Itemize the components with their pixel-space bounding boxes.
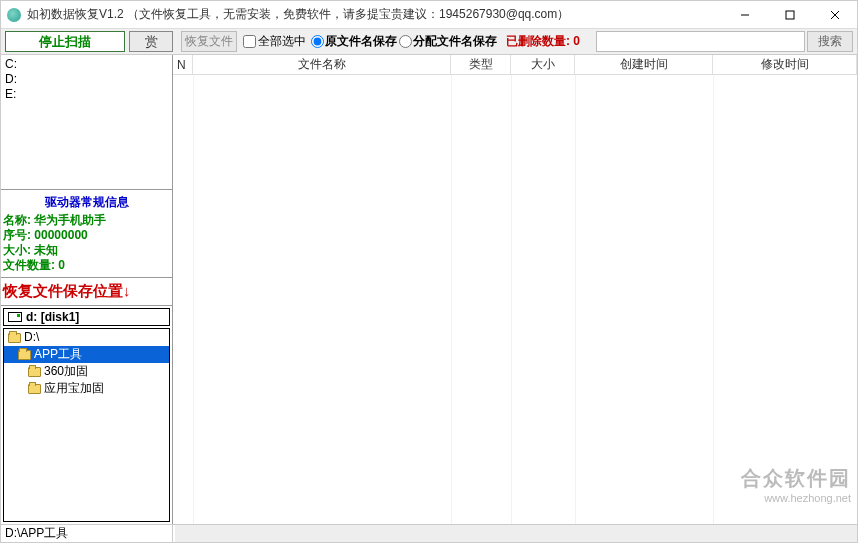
folder-tree[interactable]: D:\ APP工具 360加固 应用宝加固 xyxy=(3,328,170,522)
col-size[interactable]: 大小 xyxy=(511,55,575,74)
recover-files-button[interactable]: 恢复文件 xyxy=(181,31,237,52)
drive-info-name: 名称: 华为手机助手 xyxy=(3,213,170,228)
status-progress xyxy=(175,525,857,542)
search-button[interactable]: 搜索 xyxy=(807,31,853,52)
save-original-radio[interactable]: 原文件名保存 xyxy=(310,29,398,54)
save-location-title: 恢复文件保存位置↓ xyxy=(1,278,172,306)
col-filename[interactable]: 文件名称 xyxy=(193,55,451,74)
tree-label: D:\ xyxy=(24,330,39,345)
main-panel: N 文件名称 类型 大小 创建时间 修改时间 合众软件园 www.hezhong… xyxy=(173,55,857,524)
folder-closed-icon xyxy=(28,384,41,394)
col-type[interactable]: 类型 xyxy=(451,55,511,74)
tree-item[interactable]: APP工具 xyxy=(4,346,169,363)
drive-icon xyxy=(8,312,22,322)
minimize-button[interactable] xyxy=(722,1,767,29)
table-body: 合众软件园 www.hezhong.net xyxy=(173,75,857,524)
drive-info-title: 驱动器常规信息 xyxy=(3,194,170,211)
col-n[interactable]: N xyxy=(173,55,193,74)
select-all-checkbox[interactable]: 全部选中 xyxy=(239,29,310,54)
titlebar: 如初数据恢复V1.2 （文件恢复工具，无需安装，免费软件，请多提宝贵建议：194… xyxy=(1,1,857,29)
destination-drive-label: d: [disk1] xyxy=(26,310,79,324)
save-original-label: 原文件名保存 xyxy=(325,33,397,50)
drive-info-panel: 驱动器常规信息 名称: 华为手机助手 序号: 00000000 大小: 未知 文… xyxy=(1,190,172,278)
drive-item[interactable]: E: xyxy=(5,87,168,102)
tree-root[interactable]: D:\ xyxy=(4,329,169,346)
drive-item[interactable]: C: xyxy=(5,57,168,72)
select-all-input[interactable] xyxy=(243,35,256,48)
tree-label: APP工具 xyxy=(34,347,82,362)
close-button[interactable] xyxy=(812,1,857,29)
col-modified[interactable]: 修改时间 xyxy=(713,55,857,74)
drive-info-serial: 序号: 00000000 xyxy=(3,228,170,243)
sidebar: C: D: E: 驱动器常规信息 名称: 华为手机助手 序号: 00000000… xyxy=(1,55,173,524)
drive-list[interactable]: C: D: E: xyxy=(1,55,172,190)
folder-open-icon xyxy=(18,350,31,360)
table-header: N 文件名称 类型 大小 创建时间 修改时间 xyxy=(173,55,857,75)
app-icon xyxy=(7,8,21,22)
drive-info-size: 大小: 未知 xyxy=(3,243,170,258)
folder-closed-icon xyxy=(28,367,41,377)
toolbar: 停止扫描 赏 恢复文件 全部选中 原文件名保存 分配文件名保存 已删除数量: 0… xyxy=(1,29,857,55)
reward-button[interactable]: 赏 xyxy=(129,31,173,52)
maximize-button[interactable] xyxy=(767,1,812,29)
save-original-input[interactable] xyxy=(311,35,324,48)
statusbar: D:\APP工具 xyxy=(1,524,857,542)
destination-drive-select[interactable]: d: [disk1] xyxy=(3,308,170,326)
stop-scan-button[interactable]: 停止扫描 xyxy=(5,31,125,52)
tree-label: 360加固 xyxy=(44,364,88,379)
tree-label: 应用宝加固 xyxy=(44,381,104,396)
drive-item[interactable]: D: xyxy=(5,72,168,87)
search-input[interactable] xyxy=(596,31,805,52)
select-all-label: 全部选中 xyxy=(258,33,306,50)
save-assigned-radio[interactable]: 分配文件名保存 xyxy=(398,29,498,54)
col-created[interactable]: 创建时间 xyxy=(575,55,713,74)
folder-open-icon xyxy=(8,333,21,343)
watermark: 合众软件园 www.hezhong.net xyxy=(741,465,851,504)
status-path: D:\APP工具 xyxy=(1,525,173,542)
deleted-count-label: 已删除数量: 0 xyxy=(498,29,588,54)
window-title: 如初数据恢复V1.2 （文件恢复工具，无需安装，免费软件，请多提宝贵建议：194… xyxy=(27,6,722,23)
body: C: D: E: 驱动器常规信息 名称: 华为手机助手 序号: 00000000… xyxy=(1,55,857,524)
drive-info-count: 文件数量: 0 xyxy=(3,258,170,273)
tree-item[interactable]: 应用宝加固 xyxy=(4,380,169,397)
app-window: 如初数据恢复V1.2 （文件恢复工具，无需安装，免费软件，请多提宝贵建议：194… xyxy=(0,0,858,543)
save-assigned-label: 分配文件名保存 xyxy=(413,33,497,50)
save-assigned-input[interactable] xyxy=(399,35,412,48)
tree-item[interactable]: 360加固 xyxy=(4,363,169,380)
svg-rect-1 xyxy=(786,11,794,19)
window-controls xyxy=(722,1,857,29)
